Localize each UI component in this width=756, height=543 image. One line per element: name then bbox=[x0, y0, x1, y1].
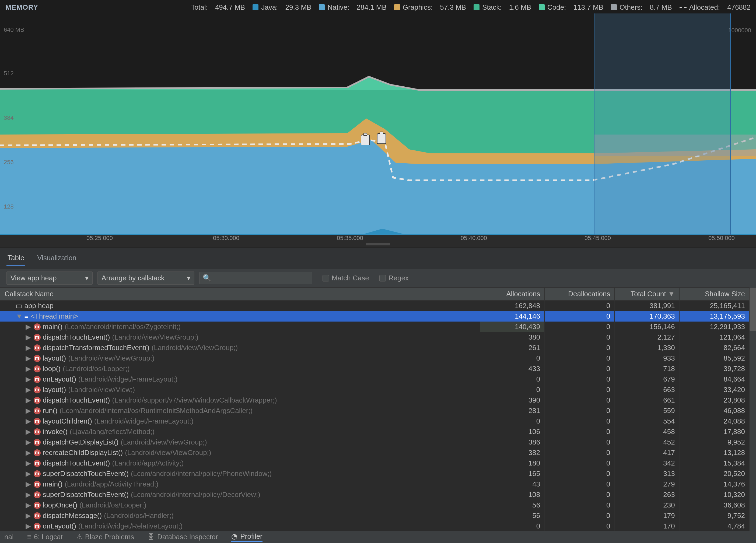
table-row[interactable]: ▶m dispatchTouchEvent() (Landroid/app/Ac… bbox=[0, 458, 750, 468]
method-name: onLayout() bbox=[43, 522, 76, 530]
method-icon: m bbox=[34, 470, 41, 477]
memory-legend: MEMORY Total: 494.7 MB Java: 29.3 MB Nat… bbox=[0, 0, 756, 13]
legend-total: Total: 494.7 MB bbox=[191, 3, 245, 12]
tab-visualization[interactable]: Visualization bbox=[36, 251, 78, 266]
search-input[interactable]: 🔍 bbox=[199, 272, 312, 284]
table-row[interactable]: ▶m layout() (Landroid/view/ViewGroup;)00… bbox=[0, 353, 750, 363]
table-row[interactable]: ▶m onLayout() (Landroid/widget/RelativeL… bbox=[0, 521, 750, 531]
class-ref: (Ljava/lang/reflect/Method;) bbox=[70, 427, 155, 436]
expand-icon[interactable]: ▶ bbox=[25, 522, 31, 530]
class-ref: (Lcom/android/internal/policy/PhoneWindo… bbox=[131, 469, 272, 478]
method-icon: m bbox=[34, 334, 41, 341]
expand-icon[interactable]: ▶ bbox=[25, 511, 31, 520]
bottom-item-profiler[interactable]: ◔ Profiler bbox=[231, 532, 262, 542]
time-selection[interactable] bbox=[594, 13, 731, 235]
table-row[interactable]: ▶m dispatchTransformedTouchEvent() (Land… bbox=[0, 342, 750, 353]
expand-icon[interactable]: ▶ bbox=[25, 501, 31, 509]
expand-icon[interactable]: ▶ bbox=[25, 322, 31, 331]
col-dealloc[interactable]: Deallocations bbox=[545, 287, 615, 300]
class-ref: (Landroid/app/ActivityThread;) bbox=[65, 480, 158, 488]
table-row[interactable]: ▶m run() (Lcom/android/internal/os/Runti… bbox=[0, 405, 750, 416]
table-row[interactable]: 🗀 app heap 162,8480381,99125,165,411 bbox=[0, 300, 750, 311]
col-alloc[interactable]: Allocations bbox=[480, 287, 544, 300]
class-ref: (Landroid/view/ViewGroup;) bbox=[125, 448, 211, 457]
method-name: loopOnce() bbox=[43, 501, 78, 509]
method-icon: m bbox=[34, 397, 41, 404]
bottom-item-blaze[interactable]: ⚠ Blaze Problems bbox=[76, 533, 134, 541]
expand-icon[interactable]: ▶ bbox=[25, 385, 31, 394]
expand-icon[interactable]: ▶ bbox=[25, 406, 31, 415]
legend-stack: Stack: 1.6 MB bbox=[474, 3, 531, 12]
bottom-item-db[interactable]: 🗄 Database Inspector bbox=[148, 533, 218, 541]
table-row[interactable]: ▶m main() (Landroid/app/ActivityThread;)… bbox=[0, 479, 750, 489]
table-row[interactable]: ▶m dispatchGetDisplayList() (Landroid/vi… bbox=[0, 437, 750, 447]
arrange-select[interactable]: Arrange by callstack bbox=[97, 272, 194, 285]
expand-icon[interactable]: ▼ bbox=[16, 312, 22, 320]
expand-icon[interactable]: ▶ bbox=[25, 427, 31, 436]
regex-checkbox[interactable]: Regex bbox=[379, 274, 409, 282]
class-ref: (Landroid/view/ViewGroup;) bbox=[112, 333, 198, 341]
thread-icon: ≡ bbox=[25, 312, 29, 320]
search-field[interactable] bbox=[213, 274, 309, 282]
expand-icon[interactable]: ▶ bbox=[25, 480, 31, 488]
expand-icon[interactable]: ▶ bbox=[25, 438, 31, 446]
vertical-scrollbar[interactable] bbox=[750, 287, 756, 531]
table-row[interactable]: ▶m superDispatchTouchEvent() (Lcom/andro… bbox=[0, 468, 750, 479]
expand-icon[interactable]: ▶ bbox=[25, 448, 31, 457]
method-name: superDispatchTouchEvent() bbox=[43, 469, 129, 478]
table-row[interactable]: ▼≡ <Thread main> 144,1460170,36313,175,5… bbox=[0, 311, 750, 321]
table-row[interactable]: ▶m onLayout() (Landroid/widget/FrameLayo… bbox=[0, 374, 750, 384]
class-ref: (Landroid/view/View;) bbox=[68, 385, 135, 394]
table-row[interactable]: ▶m loop() (Landroid/os/Looper;)433071839… bbox=[0, 363, 750, 374]
expand-icon[interactable]: ▶ bbox=[25, 459, 31, 467]
timeline-scrub-handle[interactable] bbox=[366, 243, 390, 246]
method-icon: m bbox=[34, 439, 41, 446]
expand-icon[interactable]: ▶ bbox=[25, 417, 31, 425]
swatch-stack bbox=[474, 4, 479, 10]
match-case-checkbox[interactable]: Match Case bbox=[323, 274, 369, 282]
class-ref: (Landroid/os/Looper;) bbox=[63, 364, 130, 373]
expand-icon[interactable]: ▶ bbox=[25, 333, 31, 341]
expand-icon[interactable]: ▶ bbox=[25, 469, 31, 478]
expand-icon[interactable]: ▶ bbox=[25, 375, 31, 383]
method-icon: m bbox=[34, 502, 41, 509]
table-row[interactable]: ▶m layoutChildren() (Landroid/widget/Fra… bbox=[0, 416, 750, 426]
svg-rect-1 bbox=[0, 235, 756, 248]
table-row[interactable]: ▶m layout() (Landroid/view/View;)0066333… bbox=[0, 384, 750, 395]
table-row[interactable]: ▶m dispatchTouchEvent() (Landroid/view/V… bbox=[0, 332, 750, 342]
ytick-384: 384 bbox=[4, 114, 14, 121]
expand-icon[interactable]: ▶ bbox=[25, 396, 31, 404]
bottom-item-logcat[interactable]: ≡ 6: Logcat bbox=[27, 533, 63, 541]
tab-table[interactable]: Table bbox=[6, 251, 25, 266]
gc-event-icon[interactable] bbox=[377, 133, 386, 144]
expand-icon[interactable]: ▶ bbox=[25, 364, 31, 373]
ytick-256: 256 bbox=[4, 159, 14, 166]
xtick: 05:25.000 bbox=[86, 235, 113, 242]
table-row[interactable]: ▶m superDispatchTouchEvent() (Lcom/andro… bbox=[0, 489, 750, 500]
gc-event-icon[interactable] bbox=[361, 135, 370, 145]
heap-select[interactable]: View app heap bbox=[6, 272, 93, 285]
bottom-item[interactable]: nal bbox=[4, 533, 14, 541]
col-shallow[interactable]: Shallow Size bbox=[679, 287, 749, 300]
memory-chart[interactable]: 640 MB 512 384 256 128 1000000 05:25.000… bbox=[0, 13, 756, 248]
table-row[interactable]: ▶m recreateChildDisplayList() (Landroid/… bbox=[0, 447, 750, 458]
table-row[interactable]: ▶m dispatchTouchEvent() (Landroid/suppor… bbox=[0, 395, 750, 405]
xtick: 05:50.000 bbox=[708, 235, 735, 242]
method-name: dispatchMessage() bbox=[43, 511, 102, 520]
class-ref: (Landroid/view/ViewGroup;) bbox=[152, 343, 238, 352]
table-row[interactable]: ▶m invoke() (Ljava/lang/reflect/Method;)… bbox=[0, 426, 750, 437]
table-row[interactable]: ▶m loopOnce() (Landroid/os/Looper;)56023… bbox=[0, 500, 750, 510]
col-total[interactable]: Total Count bbox=[615, 287, 679, 300]
expand-icon[interactable]: ▶ bbox=[25, 343, 31, 352]
expand-icon[interactable]: ▶ bbox=[25, 354, 31, 362]
method-icon: m bbox=[34, 365, 41, 372]
class-ref: (Lcom/android/internal/os/RuntimeInit$Me… bbox=[59, 406, 253, 415]
col-name[interactable]: Callstack Name bbox=[0, 287, 480, 300]
expand-icon[interactable]: ▶ bbox=[25, 490, 31, 499]
legend-allocated: Allocated: 476882 bbox=[680, 3, 751, 12]
method-name: layoutChildren() bbox=[43, 417, 92, 425]
table-row[interactable]: ▶m main() (Lcom/android/internal/os/Zygo… bbox=[0, 321, 750, 332]
table-row[interactable]: ▶m dispatchMessage() (Landroid/os/Handle… bbox=[0, 510, 750, 521]
xtick: 05:45.000 bbox=[585, 235, 611, 242]
class-ref: (Landroid/os/Looper;) bbox=[79, 501, 146, 509]
